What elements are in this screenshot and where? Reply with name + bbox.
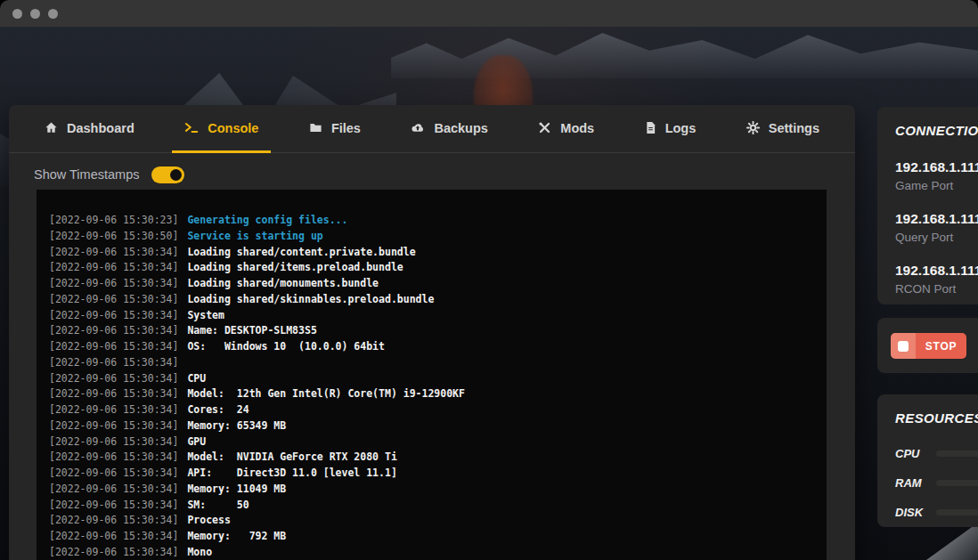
console-timestamp: [2022-09-06 15:30:34] (49, 483, 178, 495)
stop-button-label: STOP (916, 333, 966, 359)
console-line: [2022-09-06 15:30:34]Loading shared/skin… (49, 292, 818, 308)
console-output[interactable]: [2022-09-06 15:30:23]Generating config f… (37, 190, 827, 560)
console-line: [2022-09-06 15:30:34] (49, 355, 818, 371)
connection-address: 192.168.1.111 (895, 262, 978, 279)
console-line: [2022-09-06 15:30:34]Loading shared/cont… (49, 245, 818, 261)
timestamps-toggle[interactable] (151, 166, 184, 183)
console-message: Name: DESKTOP-SLM83S5 (187, 324, 316, 337)
console-message: Memory: 65349 MB (187, 419, 286, 432)
window-control-icon[interactable] (30, 9, 40, 19)
console-line: [2022-09-06 15:30:34]Memory: 792 MB (49, 529, 818, 545)
console-line: [2022-09-06 15:30:34]SM: 50 (49, 498, 818, 514)
console-line: [2022-09-06 15:30:34]Model: NVIDIA GeFor… (49, 450, 818, 466)
console-timestamp: [2022-09-06 15:30:34] (49, 340, 178, 353)
connection-port-label: Query Port (895, 231, 978, 245)
tab-label: Files (331, 121, 361, 135)
resource-meter-label: RAM (895, 476, 936, 490)
resources-card: RESOURCES CPU RAM DISK (877, 394, 978, 527)
tab-bar: Dashboard Console Files Backups (9, 105, 855, 153)
window-control-icon[interactable] (48, 9, 58, 19)
console-message: Generating config files... (187, 214, 347, 226)
console-timestamp: [2022-09-06 15:30:34] (49, 514, 178, 526)
tab-label: Settings (769, 121, 819, 135)
timestamps-toggle-row: Show Timestamps (34, 166, 855, 183)
home-icon (45, 121, 58, 134)
console-message: Model: NVIDIA GeForce RTX 2080 Ti (187, 450, 396, 463)
console-line: [2022-09-06 15:30:34]Cores: 24 (49, 402, 818, 418)
resource-meters: CPU RAM DISK (895, 439, 978, 527)
connection-port-label: Game Port (895, 179, 978, 193)
folder-icon (309, 121, 322, 134)
stop-square-glyph (898, 341, 909, 352)
console-line: [2022-09-06 15:30:34]Loading shared/item… (49, 260, 818, 276)
console-timestamp: [2022-09-06 15:30:34] (49, 261, 178, 273)
console-message: OS: Windows 10 (10.0.0) 64bit (187, 340, 385, 353)
console-timestamp: [2022-09-06 15:30:34] (49, 450, 178, 463)
tab-settings[interactable]: Settings (734, 105, 832, 153)
connection-entry: 192.168.1.111 Query Port (895, 210, 978, 245)
tab-files[interactable]: Files (297, 105, 373, 153)
console-timestamp: [2022-09-06 15:30:34] (49, 419, 178, 432)
stop-button[interactable]: STOP (891, 333, 966, 359)
console-line: [2022-09-06 15:30:34]Model: 12th Gen Int… (49, 386, 818, 402)
stop-square-icon (891, 333, 916, 359)
connection-address: 192.168.1.111 (895, 158, 978, 175)
console-message: CPU (187, 372, 206, 385)
connection-port-label: RCON Port (895, 282, 978, 296)
console-timestamp: [2022-09-06 15:30:34] (49, 356, 178, 369)
resource-meter-row: DISK (895, 498, 978, 527)
tab-mods[interactable]: Mods (526, 105, 607, 153)
console-timestamp: [2022-09-06 15:30:34] (49, 467, 178, 479)
tab-console[interactable]: Console (172, 105, 271, 153)
tab-backups[interactable]: Backups (398, 105, 500, 153)
toggle-knob-icon (170, 169, 182, 181)
console-line: [2022-09-06 15:30:34]API: Direct3D 11.0 … (49, 466, 818, 482)
console-timestamp: [2022-09-06 15:30:34] (49, 499, 178, 511)
connection-card: CONNECTION 192.168.1.111 Game Port 192.1… (877, 107, 978, 304)
console-line: [2022-09-06 15:30:34]Memory: 11049 MB (49, 482, 818, 498)
resource-meter-label: CPU (895, 447, 936, 460)
console-line: [2022-09-06 15:30:50]Service is starting… (49, 229, 818, 245)
resource-meter-label: DISK (895, 506, 936, 519)
console-line: [2022-09-06 15:30:23]Generating config f… (49, 213, 818, 229)
console-line: [2022-09-06 15:30:34]CPU (49, 371, 818, 387)
connection-title: CONNECTION (895, 123, 978, 139)
resource-meter-track (936, 509, 978, 515)
console-message: Memory: 11049 MB (187, 483, 286, 495)
console-message: Model: 12th Gen Intel(R) Core(TM) i9-129… (187, 387, 465, 400)
connection-entry: 192.168.1.111 Game Port (895, 158, 978, 193)
tab-logs[interactable]: Logs (632, 105, 709, 153)
console-line: [2022-09-06 15:30:34]Memory: 65349 MB (49, 418, 818, 434)
console-message: Loading shared/monuments.bundle (187, 277, 379, 289)
console-message: GPU (187, 435, 206, 448)
tab-dashboard[interactable]: Dashboard (32, 105, 147, 153)
cloud-upload-icon (411, 121, 425, 134)
resource-meter-track (936, 450, 978, 457)
console-line: [2022-09-06 15:30:34]Process (49, 513, 818, 529)
console-message: API: Direct3D 11.0 [level 11.1] (187, 467, 396, 479)
console-timestamp: [2022-09-06 15:30:50] (49, 230, 178, 242)
tab-label: Console (208, 121, 258, 135)
console-timestamp: [2022-09-06 15:30:23] (49, 214, 178, 226)
console-timestamp: [2022-09-06 15:30:34] (49, 530, 178, 542)
terminal-icon (184, 121, 199, 134)
console-timestamp: [2022-09-06 15:30:34] (49, 324, 178, 337)
window-titlebar (0, 0, 978, 27)
console-message: SM: 50 (187, 499, 249, 511)
console-message: Loading shared/content.private.bundle (187, 246, 415, 258)
window-control-icon[interactable] (12, 9, 22, 19)
console-line: [2022-09-06 15:30:34]GPU (49, 434, 818, 450)
console-line: [2022-09-06 15:30:34]System (49, 308, 818, 324)
console-line: [2022-09-06 15:30:34]Mono (49, 545, 818, 560)
connection-address: 192.168.1.111 (895, 210, 978, 227)
connection-list: 192.168.1.111 Game Port 192.168.1.111 Qu… (895, 158, 978, 296)
console-timestamp: [2022-09-06 15:30:34] (49, 277, 178, 289)
resource-meter-row: CPU (895, 439, 978, 468)
main-panel: Dashboard Console Files Backups (9, 105, 855, 560)
app-window: Dashboard Console Files Backups (0, 0, 978, 560)
server-control-card: STOP (877, 318, 978, 373)
console-message: Service is starting up (187, 230, 322, 242)
resource-meter-track (936, 480, 978, 486)
resource-meter-row: RAM (895, 468, 978, 498)
console-message: Process (187, 514, 230, 526)
